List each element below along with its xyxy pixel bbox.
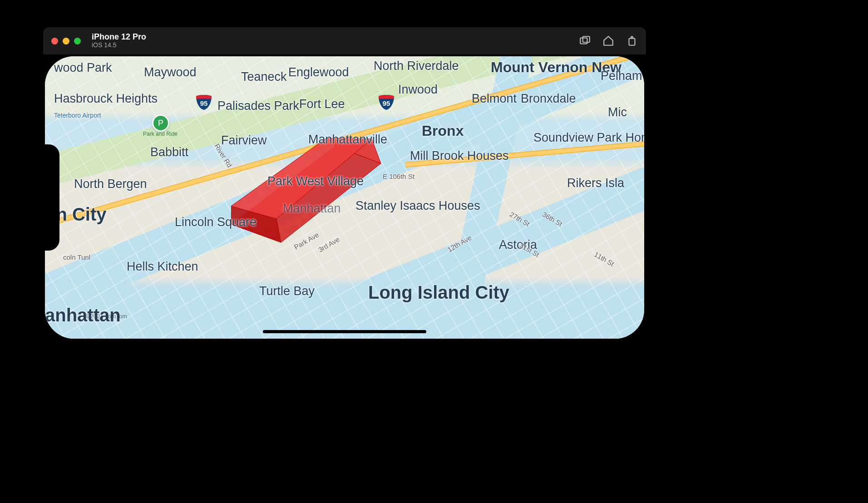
titlebar: iPhone 12 Pro iOS 14.5	[43, 27, 646, 54]
shield-num: 95	[195, 94, 213, 110]
label-maywood: Maywood	[144, 65, 197, 79]
device-frame: 95 95 P Park and Ride	[43, 54, 646, 340]
label-long-island-city: Long Island City	[368, 282, 509, 303]
park-and-ride-label: Park and Ride	[142, 131, 178, 137]
label-mic: Mic	[608, 105, 627, 119]
svg-rect-0	[580, 38, 587, 44]
label-north-riverdale: North Riverdale	[374, 59, 459, 73]
os-title: iOS 14.5	[92, 42, 146, 49]
label-babbitt: Babbitt	[150, 145, 188, 159]
label-stanley-isaacs: Stanley Isaacs Houses	[355, 199, 480, 213]
label-mill-brook: Mill Brook Houses	[410, 149, 509, 163]
notch	[45, 144, 59, 251]
red-polygon-overlay	[231, 138, 385, 250]
rotate-icon[interactable]	[626, 35, 638, 47]
map-attribution: ©2021 TomTom	[86, 313, 127, 320]
label-manhattan: Manhattan	[283, 202, 341, 216]
device-title: iPhone 12 Pro	[92, 33, 146, 42]
minimize-button[interactable]	[63, 38, 69, 44]
traffic-lights	[51, 38, 81, 44]
label-palisades-park: Palisades Park	[217, 99, 299, 113]
label-e106: E 106th St	[383, 173, 414, 180]
label-inwood: Inwood	[398, 83, 438, 97]
label-north-bergen: North Bergen	[74, 177, 147, 191]
label-englewood: Englewood	[288, 65, 349, 79]
svg-rect-1	[583, 36, 590, 42]
label-hells-kitchen: Hells Kitchen	[127, 260, 198, 274]
label-turtle-bay: Turtle Bay	[259, 284, 315, 298]
shield-num: 95	[377, 94, 395, 110]
i95-shield-a: 95	[195, 94, 213, 110]
label-fairview: Fairview	[221, 133, 267, 148]
label-teterboro: Teterboro Airport	[54, 112, 101, 119]
label-pelham: Pelham	[601, 69, 642, 83]
label-bronx: Bronx	[422, 123, 464, 139]
screenshot-icon[interactable]	[579, 35, 591, 47]
toolbar-right	[579, 35, 638, 47]
label-teaneck: Teaneck	[241, 70, 287, 84]
label-rikers-isl: Rikers Isla	[567, 176, 624, 190]
label-hasbrouck-heights: Hasbrouck Heights	[54, 92, 158, 106]
label-fort-lee: Fort Lee	[299, 97, 345, 111]
svg-rect-2	[629, 39, 635, 45]
label-lincoln-tunnel: coln Tunl	[63, 253, 90, 261]
home-indicator[interactable]	[263, 330, 426, 333]
label-soundview: Soundview Park Homes	[533, 131, 644, 145]
i95-shield-b: 95	[377, 94, 395, 110]
label-belmont: Belmont	[472, 92, 517, 106]
label-park-west-village: Park West Village	[267, 174, 364, 188]
label-bronxdale: Bronxdale	[521, 92, 576, 106]
label-manhattanville: Manhattanville	[308, 133, 387, 147]
simulator-window: iPhone 12 Pro iOS 14.5	[43, 27, 646, 340]
screen: 95 95 P Park and Ride	[45, 56, 644, 339]
label-lincoln-square: Lincoln Square	[175, 215, 256, 229]
zoom-button[interactable]	[74, 38, 81, 44]
map-view[interactable]: 95 95 P Park and Ride	[45, 56, 644, 339]
home-icon[interactable]	[602, 35, 614, 47]
close-button[interactable]	[51, 38, 58, 44]
label-wood-park: wood Park	[54, 61, 112, 75]
park-and-ride-icon[interactable]: P	[152, 114, 169, 132]
title-block: iPhone 12 Pro iOS 14.5	[92, 33, 146, 49]
phone-body: 95 95 P Park and Ride	[45, 56, 644, 339]
